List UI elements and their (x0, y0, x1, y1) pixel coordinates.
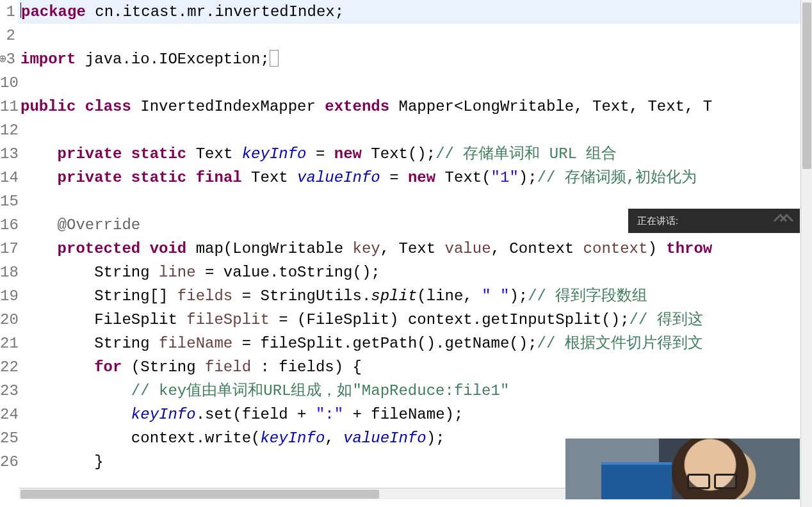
line-number: 15 (0, 189, 15, 213)
line-number: 26 (0, 450, 15, 474)
line-number: 18 (0, 261, 15, 284)
webcam-overlay (565, 439, 800, 499)
speaking-indicator-overlay: 正在讲话: (628, 209, 800, 233)
code-line[interactable] (18, 24, 812, 47)
webcam-person (672, 439, 749, 499)
code-line[interactable] (18, 118, 812, 142)
code-line[interactable]: private static Text keyInfo = new Text()… (18, 142, 812, 166)
code-line[interactable]: package cn.itcast.mr.invertedIndex; (18, 0, 812, 24)
code-line[interactable]: String fileName = fileSplit.getPath().ge… (18, 332, 812, 355)
line-number: 25 (0, 426, 15, 450)
scrollbar-thumb[interactable] (802, 3, 811, 169)
code-content[interactable]: package cn.itcast.mr.invertedIndex; impo… (18, 0, 812, 507)
fold-indicator-icon[interactable] (270, 50, 279, 67)
line-number: 22 (0, 355, 15, 379)
webcam-glasses (687, 474, 737, 484)
line-number: 19 (0, 284, 15, 308)
fold-marker-icon[interactable]: ⊕ (0, 47, 6, 71)
speaking-label: 正在讲话: (637, 215, 678, 227)
code-line[interactable]: String[] fields = StringUtils.split(line… (18, 284, 812, 308)
line-number: 17 (0, 237, 15, 261)
line-number: 10 (0, 71, 15, 95)
code-line[interactable]: public class InvertedIndexMapper extends… (18, 95, 812, 118)
line-number: 12 (0, 118, 15, 142)
webcam-cabinet (601, 462, 672, 499)
code-editor[interactable]: 1 2 ⊕3 10 11 12 13 14 15 16 17 18 19 20 … (0, 0, 812, 507)
chevron-up-icon[interactable] (775, 216, 791, 226)
code-line[interactable]: FileSplit fileSplit = (FileSplit) contex… (18, 308, 812, 332)
line-number: 1 (0, 0, 15, 24)
line-gutter: 1 2 ⊕3 10 11 12 13 14 15 16 17 18 19 20 … (0, 0, 18, 507)
code-line[interactable]: keyInfo.set(field + ":" + fileName); (18, 403, 812, 426)
code-line[interactable]: private static final Text valueInfo = ne… (18, 166, 812, 189)
code-line[interactable]: import java.io.IOException; (18, 47, 812, 71)
scrollbar-thumb[interactable] (20, 490, 379, 499)
line-number: 20 (0, 308, 15, 332)
code-line[interactable]: String line = value.toString(); (18, 261, 812, 284)
vertical-scrollbar[interactable] (800, 0, 812, 507)
code-line[interactable] (18, 71, 812, 95)
line-number: 23 (0, 379, 15, 403)
line-number: 13 (0, 142, 15, 166)
line-number: 2 (0, 24, 15, 47)
line-number: ⊕3 (0, 47, 15, 71)
code-line[interactable]: for (String field : fields) { (18, 355, 812, 379)
line-number: 21 (0, 332, 15, 355)
code-line[interactable]: // key值由单词和URL组成，如"MapReduce:file1" (18, 379, 812, 403)
code-line[interactable]: protected void map(LongWritable key, Tex… (18, 237, 812, 261)
line-number: 16 (0, 213, 15, 237)
line-number: 24 (0, 403, 15, 426)
line-number: 14 (0, 166, 15, 189)
line-number: 11 (0, 95, 15, 118)
